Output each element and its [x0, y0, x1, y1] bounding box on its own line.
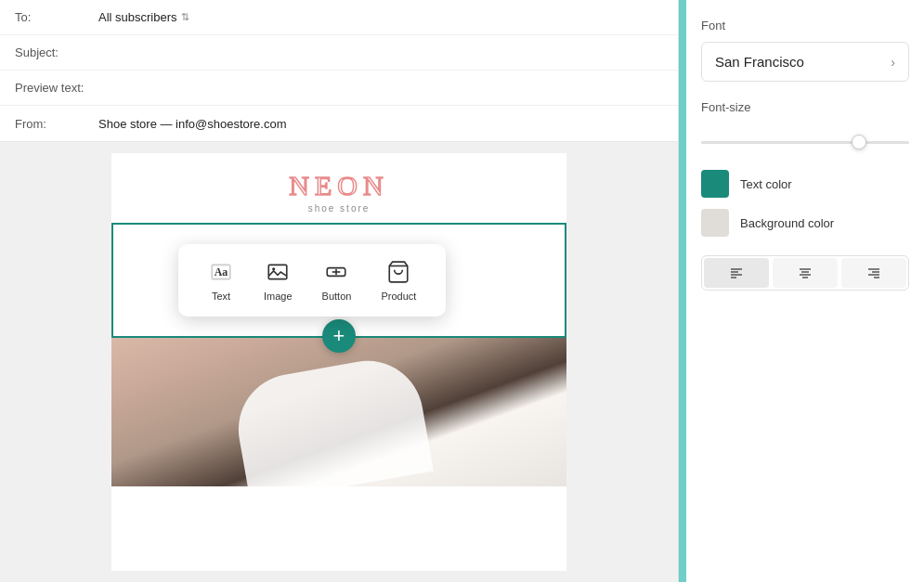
text-color-label: Text color [740, 177, 792, 191]
bg-color-label: Background color [740, 216, 834, 230]
align-right-button[interactable] [841, 258, 906, 288]
toolbar-item-image[interactable]: Image [249, 255, 307, 305]
font-selector[interactable]: San Francisco › [701, 42, 909, 82]
align-right-icon [866, 265, 881, 280]
to-field-row: To: All subscribers ⇅ [0, 0, 678, 35]
align-left-button[interactable] [704, 258, 769, 288]
subject-field-row: Subject: [0, 35, 678, 71]
text-color-row: Text color [701, 170, 909, 198]
right-panel: Font San Francisco › Font-size Text colo… [683, 0, 924, 582]
to-arrow: ⇅ [181, 11, 189, 23]
to-value[interactable]: All subscribers ⇅ [98, 10, 189, 24]
font-size-label: Font-size [701, 100, 909, 114]
font-size-section: Font-size [701, 100, 909, 151]
align-center-button[interactable] [773, 258, 838, 288]
font-section: Font San Francisco › [701, 19, 909, 82]
slider-fill [701, 141, 859, 144]
subject-input[interactable] [98, 45, 663, 59]
toolbar-item-button[interactable]: Button [307, 255, 367, 305]
from-field-row: From: Shoe store — info@shoestore.com [0, 106, 678, 141]
image-icon [265, 259, 291, 285]
text-color-swatch[interactable] [701, 170, 729, 198]
align-center-icon [798, 265, 813, 280]
email-header: NEON Shoe store [111, 153, 566, 223]
toolbar-product-label: Product [381, 291, 416, 302]
color-section: Text color Background color [701, 170, 909, 237]
toolbar-popup: Aa Text [178, 244, 446, 317]
svg-text:Aa: Aa [215, 265, 228, 278]
font-section-label: Font [701, 19, 909, 32]
preview-label: Preview text: [15, 81, 98, 95]
left-panel: To: All subscribers ⇅ Subject: Preview t… [0, 0, 679, 582]
bg-color-row: Background color [701, 209, 909, 237]
photo-area [111, 338, 566, 486]
email-canvas: NEON Shoe store Our latest Aa [111, 153, 566, 571]
to-label: To: [15, 10, 98, 24]
to-value-text: All subscribers [98, 10, 177, 24]
preview-input[interactable] [98, 81, 663, 95]
slider-track [701, 141, 909, 144]
font-name: San Francisco [715, 54, 804, 70]
align-left-icon [729, 265, 744, 280]
preview-field-row: Preview text: [0, 71, 678, 106]
font-size-slider-container [701, 133, 909, 151]
subject-label: Subject: [15, 45, 98, 59]
email-fields: To: All subscribers ⇅ Subject: Preview t… [0, 0, 678, 142]
text-icon: Aa [208, 259, 234, 285]
neon-sub: Shoe store [111, 203, 566, 213]
bg-color-swatch[interactable] [701, 209, 729, 237]
button-icon [323, 259, 349, 285]
toolbar-image-label: Image [264, 291, 293, 302]
svg-rect-2 [269, 265, 288, 278]
toolbar-text-label: Text [212, 291, 230, 302]
toolbar-item-product[interactable]: Product [366, 255, 431, 305]
add-block-button[interactable]: + [322, 319, 356, 353]
font-arrow-icon: › [891, 55, 895, 70]
toolbar-item-text[interactable]: Aa Text [193, 255, 249, 305]
slider-thumb[interactable] [852, 135, 866, 149]
email-canvas-area: NEON Shoe store Our latest Aa [0, 142, 678, 582]
neon-logo: NEON [111, 170, 566, 201]
product-icon [385, 259, 411, 285]
from-label: From: [15, 117, 98, 131]
align-buttons-group [701, 255, 909, 291]
from-value: Shoe store — info@shoestore.com [98, 117, 287, 131]
content-block[interactable]: Our latest Aa Text [111, 223, 566, 338]
toolbar-button-label: Button [322, 291, 352, 302]
